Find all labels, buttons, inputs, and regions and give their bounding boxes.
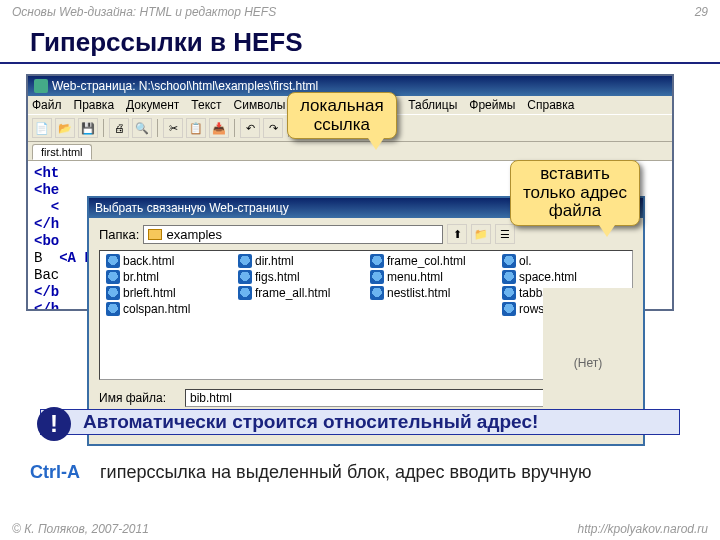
menu-file[interactable]: Файл xyxy=(32,98,62,112)
page-title: Гиперссылки в HEFS xyxy=(0,25,720,64)
cut-icon[interactable]: ✂ xyxy=(163,118,183,138)
shortcut-label: Ctrl-A xyxy=(30,462,80,482)
preview-label: (Нет) xyxy=(574,356,602,370)
callout-local-link: локальная ссылка xyxy=(287,92,397,139)
filename-label: Имя файла: xyxy=(99,391,179,405)
folder-dropdown[interactable]: examples xyxy=(143,225,443,244)
html-file-icon xyxy=(238,270,252,284)
file-item[interactable]: colspan.html xyxy=(104,301,232,317)
html-file-icon xyxy=(106,254,120,268)
file-item[interactable]: ol. xyxy=(500,253,628,269)
file-item[interactable]: frame_col.html xyxy=(368,253,496,269)
menu-text[interactable]: Текст xyxy=(191,98,221,112)
filename-input[interactable]: bib.html xyxy=(185,389,547,407)
list-view-icon[interactable]: ☰ xyxy=(495,224,515,244)
save-icon[interactable]: 💾 xyxy=(78,118,98,138)
html-file-icon xyxy=(502,270,516,284)
menu-tables[interactable]: Таблицы xyxy=(408,98,457,112)
html-file-icon xyxy=(370,254,384,268)
file-item-label: nestlist.html xyxy=(387,286,450,300)
copy-icon[interactable]: 📋 xyxy=(186,118,206,138)
folder-label: Папка: xyxy=(99,227,139,242)
file-item[interactable]: space.html xyxy=(500,269,628,285)
file-item-label: brleft.html xyxy=(123,286,176,300)
print-icon[interactable]: 🖨 xyxy=(109,118,129,138)
footer-url: http://kpolyakov.narod.ru xyxy=(577,522,708,536)
html-file-icon xyxy=(106,302,120,316)
tabbar: first.html xyxy=(28,142,672,161)
file-item-label: frame_col.html xyxy=(387,254,466,268)
paste-icon[interactable]: 📥 xyxy=(209,118,229,138)
file-item-label: space.html xyxy=(519,270,577,284)
menu-document[interactable]: Документ xyxy=(126,98,179,112)
file-item[interactable]: brleft.html xyxy=(104,285,232,301)
new-icon[interactable]: 📄 xyxy=(32,118,52,138)
file-item[interactable] xyxy=(368,301,496,317)
file-item[interactable]: nestlist.html xyxy=(368,285,496,301)
open-icon[interactable]: 📂 xyxy=(55,118,75,138)
window-icon xyxy=(34,79,48,93)
menu-frames[interactable]: Фреймы xyxy=(469,98,515,112)
menu-edit[interactable]: Правка xyxy=(74,98,115,112)
file-item-label: back.html xyxy=(123,254,174,268)
file-item[interactable]: back.html xyxy=(104,253,232,269)
tip-text: гиперссылка на выделенный блок, адрес вв… xyxy=(100,462,591,482)
bang-icon: ! xyxy=(37,407,71,441)
code-line: < xyxy=(34,199,59,215)
file-item[interactable] xyxy=(236,301,364,317)
code-line: <he xyxy=(34,182,59,198)
file-item-label: br.html xyxy=(123,270,159,284)
footer-copyright: © К. Поляков, 2007-2011 xyxy=(12,522,149,536)
file-item-label: ol. xyxy=(519,254,532,268)
menu-help[interactable]: Справка xyxy=(527,98,574,112)
html-file-icon xyxy=(106,270,120,284)
preview-icon[interactable]: 🔍 xyxy=(132,118,152,138)
tip-row: Ctrl-A гиперссылка на выделенный блок, а… xyxy=(30,462,690,483)
file-item[interactable]: frame_all.html xyxy=(236,285,364,301)
code-line: </h xyxy=(34,216,59,232)
html-file-icon xyxy=(106,286,120,300)
file-item-label: menu.html xyxy=(387,270,443,284)
callout-insert-address: вставить только адрес файла xyxy=(510,160,640,226)
html-file-icon xyxy=(370,286,384,300)
file-item[interactable]: dir.html xyxy=(236,253,364,269)
header-topic: Основы Web-дизайна: HTML и редактор HEFS xyxy=(12,5,276,25)
tab-first[interactable]: first.html xyxy=(32,144,92,160)
new-folder-icon[interactable]: 📁 xyxy=(471,224,491,244)
folder-icon xyxy=(148,229,162,240)
code-line: <ht xyxy=(34,165,59,181)
html-file-icon xyxy=(502,286,516,300)
file-item[interactable]: br.html xyxy=(104,269,232,285)
code-line: <bo xyxy=(34,233,59,249)
code-line: </h xyxy=(34,301,59,309)
code-line: Вас xyxy=(34,267,59,283)
html-file-icon xyxy=(502,254,516,268)
html-file-icon xyxy=(238,286,252,300)
folder-value: examples xyxy=(166,227,222,242)
html-file-icon xyxy=(370,270,384,284)
file-item-label: colspan.html xyxy=(123,302,190,316)
file-item[interactable]: figs.html xyxy=(236,269,364,285)
hefs-window-title: Web-страница: N:\school\html\examples\fi… xyxy=(52,79,318,93)
up-folder-icon[interactable]: ⬆ xyxy=(447,224,467,244)
code-line: </b xyxy=(34,284,59,300)
redo-icon[interactable]: ↷ xyxy=(263,118,283,138)
undo-icon[interactable]: ↶ xyxy=(240,118,260,138)
note-text: Автоматически строится относительный адр… xyxy=(83,411,538,433)
menu-symbols[interactable]: Символы xyxy=(234,98,286,112)
file-item-label: figs.html xyxy=(255,270,300,284)
html-file-icon xyxy=(238,254,252,268)
html-file-icon xyxy=(502,302,516,316)
file-item-label: dir.html xyxy=(255,254,294,268)
screenshot-area: Web-страница: N:\school\html\examples\fi… xyxy=(22,74,698,439)
note-bar: ! Автоматически строится относительный а… xyxy=(40,409,680,435)
file-item[interactable]: menu.html xyxy=(368,269,496,285)
page-number: 29 xyxy=(695,5,708,25)
file-item-label: frame_all.html xyxy=(255,286,330,300)
dialog-title: Выбрать связанную Web-страницу xyxy=(95,201,289,215)
